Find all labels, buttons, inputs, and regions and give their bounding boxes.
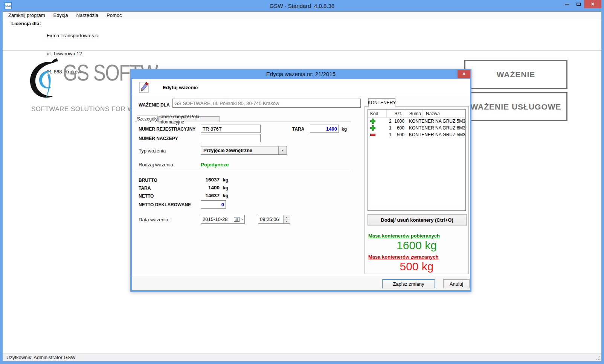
mass-taken-label: Masa kontenerów pobieranych bbox=[368, 233, 440, 239]
tab-szczegoly[interactable]: Szczegóły bbox=[137, 116, 158, 122]
time-value: 09:25:06 bbox=[258, 215, 283, 223]
kontenery-rows: 21000KONTENER NA GRUZ 5M31600KONTENER NA… bbox=[368, 118, 465, 138]
typ-wazenia-value: Przyjęcie zewnętrzne bbox=[201, 148, 278, 153]
kontener-suma: 600 bbox=[393, 125, 406, 131]
column-kod[interactable]: Kod bbox=[368, 110, 387, 117]
window-title: GSW - Standard 4.0.8.38 bbox=[0, 0, 604, 11]
kontener-szt: 1 bbox=[381, 125, 393, 131]
dialog-header-label: Edytuj ważenie bbox=[163, 85, 198, 90]
plus-icon bbox=[368, 125, 381, 131]
calendar-icon bbox=[234, 217, 239, 222]
netto-unit: kg bbox=[223, 193, 229, 198]
kontener-szt: 2 bbox=[381, 119, 393, 124]
close-button[interactable] bbox=[584, 0, 601, 8]
numer-rejestracyjny-input[interactable] bbox=[201, 125, 261, 133]
kontenery-row[interactable]: 1600KONTENER NA GRUZ 6M3 bbox=[368, 125, 465, 131]
dialog-title: Edycja ważenia nr: 21/2015 bbox=[130, 69, 471, 79]
spin-down-icon[interactable] bbox=[284, 219, 290, 223]
numer-naczepy-label: NUMER NACZEPY bbox=[139, 136, 178, 141]
maximize-icon bbox=[577, 3, 581, 6]
license-panel: Licencja dla: Firma Transportowa s.c. ul… bbox=[3, 19, 601, 50]
license-line: Firma Transportowa s.c. bbox=[47, 33, 99, 39]
column-nazwa[interactable]: Nazwa bbox=[423, 110, 465, 117]
mass-returned-value: 500 kg bbox=[365, 260, 468, 273]
typ-wazenia-select[interactable]: Przyjęcie zewnętrzne bbox=[201, 146, 287, 155]
mass-returned-label: Masa kontenerów zwracanych bbox=[368, 254, 438, 260]
menu-narzedzia[interactable]: Narzędzia bbox=[72, 12, 103, 18]
kontener-nazwa: KONTENER NA GRUZ 5M3 bbox=[406, 119, 465, 124]
section-divider bbox=[135, 171, 351, 171]
rodzaj-wazenia-label: Rodzaj ważenia bbox=[139, 162, 173, 168]
netto-label: NETTO bbox=[139, 193, 154, 199]
tara-label: TARA bbox=[139, 186, 151, 191]
menu-pomoc[interactable]: Pomoc bbox=[102, 12, 126, 18]
minus-icon bbox=[368, 134, 381, 136]
time-picker[interactable]: 09:25:06 bbox=[258, 215, 290, 224]
kontener-nazwa: KONTENER NA GRUZ 6M3 bbox=[406, 125, 465, 131]
gs-software-logo-icon bbox=[27, 57, 65, 110]
tab-tabele-danych[interactable]: Tabele danych/ Pola informacyjne bbox=[158, 116, 220, 122]
tab-strip: Szczegóły Tabele danych/ Pola informacyj… bbox=[135, 116, 351, 122]
kontenery-panel: Kod Szt. Suma Nazwa 21000KONTENER NA GRU… bbox=[365, 106, 469, 274]
minimize-icon bbox=[565, 4, 569, 5]
time-spinner bbox=[283, 215, 290, 223]
status-bar: Użytkownik: Administrator GSW bbox=[3, 353, 601, 361]
tara-value: 1400 bbox=[177, 185, 220, 190]
typ-wazenia-label: Typ ważenia bbox=[139, 148, 166, 154]
column-suma[interactable]: Suma bbox=[404, 110, 423, 117]
tara-input-label: TARA bbox=[292, 126, 304, 132]
license-label: Licencja dla: bbox=[11, 21, 41, 26]
numer-naczepy-input[interactable] bbox=[201, 134, 261, 142]
edit-pencil-icon bbox=[137, 81, 151, 94]
maximize-button[interactable] bbox=[573, 0, 584, 8]
chevron-down-icon[interactable] bbox=[240, 218, 244, 221]
numer-rejestracyjny-label: NUMER REJESTRACYJNY bbox=[139, 126, 195, 132]
edit-weighing-dialog: Edycja ważenia nr: 21/2015 Edytuj ważeni… bbox=[130, 69, 471, 292]
dialog-footer: Zapisz zmiany Anuluj bbox=[132, 277, 470, 290]
menu-zamknij-program[interactable]: Zamknij program bbox=[4, 12, 49, 18]
license-line: ul. Towarowa 12 bbox=[47, 51, 99, 57]
kontener-szt: 1 bbox=[381, 132, 393, 137]
dialog-close-button[interactable] bbox=[458, 70, 470, 78]
wazenie-dla-input[interactable] bbox=[172, 99, 361, 108]
netto-deklarowane-input[interactable] bbox=[201, 200, 226, 209]
status-user-text: Użytkownik: Administrator GSW bbox=[3, 355, 76, 360]
menu-edycja[interactable]: Edycja bbox=[49, 12, 72, 18]
kontenery-list[interactable]: Kod Szt. Suma Nazwa 21000KONTENER NA GRU… bbox=[368, 109, 466, 211]
netto-deklarowane-label: NETTO DEKLAROWANE bbox=[139, 202, 191, 207]
tab-kontenery[interactable]: KONTENERY bbox=[368, 98, 395, 107]
tara-input[interactable] bbox=[310, 125, 339, 133]
wazenie-dla-label: WAŻENIE DLA bbox=[139, 102, 170, 108]
wazenie-uslugowe-button[interactable]: WAŻENIE USŁUGOWE bbox=[464, 92, 567, 121]
tara-unit: kg bbox=[223, 185, 229, 190]
kontener-nazwa: KONTENER NA GRUZ 5M3 bbox=[406, 132, 465, 137]
wazenie-button[interactable]: WAŻENIE bbox=[464, 60, 567, 89]
add-remove-containers-button[interactable]: Dodaj/ usuń kontenery (Ctrl+O) bbox=[368, 214, 467, 225]
header-divider bbox=[3, 50, 601, 50]
kontener-suma: 500 bbox=[393, 132, 406, 137]
window-controls bbox=[561, 0, 601, 8]
data-wazenia-label: Data ważenia: bbox=[139, 217, 169, 222]
brutto-unit: kg bbox=[223, 177, 229, 183]
date-picker[interactable]: 2015-10-28 bbox=[201, 215, 245, 224]
chevron-down-icon[interactable] bbox=[278, 146, 287, 154]
kontener-suma: 1000 bbox=[393, 119, 406, 124]
dialog-titlebar[interactable]: Edycja ważenia nr: 21/2015 bbox=[130, 69, 471, 79]
date-value: 2015-10-28 bbox=[201, 216, 234, 222]
column-szt[interactable]: Szt. bbox=[387, 110, 404, 117]
dialog-header: Edytuj ważenie bbox=[132, 79, 470, 95]
resize-grip-icon[interactable] bbox=[596, 355, 600, 360]
save-changes-button[interactable]: Zapisz zmiany bbox=[382, 279, 435, 288]
netto-value: 14637 bbox=[177, 193, 220, 198]
rodzaj-wazenia-value: Pojedyncze bbox=[201, 162, 229, 168]
plus-icon bbox=[368, 119, 381, 124]
cancel-button[interactable]: Anuluj bbox=[443, 279, 470, 288]
spin-up-icon[interactable] bbox=[284, 215, 290, 219]
dialog-body: Edytuj ważenie WAŻENIE DLA Szczegóły Tab… bbox=[132, 79, 470, 290]
window-titlebar[interactable]: GSW GSW - Standard 4.0.8.38 bbox=[0, 0, 604, 11]
kontenery-row[interactable]: 21000KONTENER NA GRUZ 5M3 bbox=[368, 118, 465, 125]
kontenery-list-header: Kod Szt. Suma Nazwa bbox=[368, 110, 465, 118]
minimize-button[interactable] bbox=[561, 0, 573, 8]
mass-taken-value: 1600 kg bbox=[365, 239, 468, 252]
kontenery-row[interactable]: 1500KONTENER NA GRUZ 5M3 bbox=[368, 131, 465, 138]
